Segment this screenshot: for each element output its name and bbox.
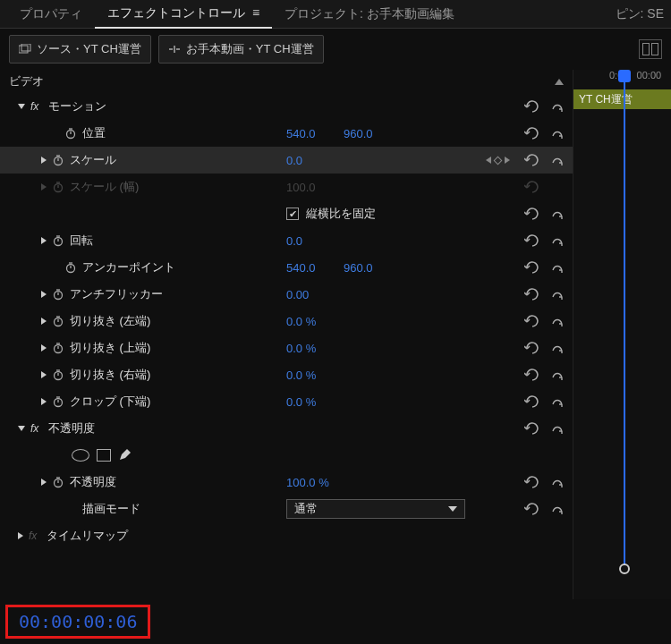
footer: 00:00:00:06 (0, 599, 671, 644)
reset-icon[interactable] (524, 315, 540, 327)
twirl-right-icon[interactable] (41, 344, 47, 352)
fx-badge[interactable]: fx (30, 422, 43, 435)
uniform-scale-checkbox[interactable]: ✔ (286, 208, 299, 220)
collapse-up-icon[interactable] (555, 79, 564, 85)
reset-icon[interactable] (524, 154, 540, 166)
twirl-right-icon[interactable] (41, 479, 47, 486)
position-y[interactable]: 960.0 (344, 127, 379, 140)
keyframe-type-icon[interactable] (551, 476, 564, 488)
antiflicker-value[interactable]: 0.00 (286, 288, 322, 301)
tab-project[interactable]: プロジェクト: お手本動画編集 (272, 1, 467, 28)
stopwatch-icon[interactable] (64, 127, 77, 140)
timecode-display[interactable]: 00:00:00:06 (5, 605, 150, 639)
stopwatch-icon[interactable] (52, 288, 64, 301)
stopwatch-icon (52, 181, 64, 193)
twirl-down-icon[interactable] (18, 426, 25, 431)
pen-mask-icon[interactable] (118, 447, 132, 464)
stopwatch-icon[interactable] (52, 234, 64, 247)
keyframe-type-icon[interactable] (551, 315, 564, 327)
rotation-value[interactable]: 0.0 (286, 234, 322, 248)
stopwatch-icon[interactable] (52, 315, 64, 327)
effect-opacity[interactable]: fx 不透明度 (0, 415, 573, 442)
playhead-handle[interactable] (619, 564, 630, 574)
chevron-down-icon (448, 506, 457, 512)
scale-value[interactable]: 0.0 (286, 154, 322, 167)
reset-icon[interactable] (524, 208, 540, 220)
twirl-right-icon[interactable] (41, 237, 47, 244)
add-key-icon[interactable] (494, 156, 503, 165)
anchor-y[interactable]: 960.0 (344, 261, 379, 275)
crop-top-value[interactable]: 0.0 % (286, 342, 322, 355)
keyframe-type-icon[interactable] (551, 100, 564, 113)
keyframe-type-icon[interactable] (551, 234, 564, 247)
reset-icon[interactable] (524, 422, 540, 435)
reset-icon[interactable] (524, 234, 540, 247)
twirl-right-icon[interactable] (41, 291, 47, 298)
scale-w-value: 100.0 (286, 181, 322, 194)
position-x[interactable]: 540.0 (286, 127, 322, 140)
stopwatch-icon[interactable] (52, 369, 64, 381)
reset-icon[interactable] (524, 395, 540, 408)
stopwatch-icon[interactable] (52, 342, 64, 354)
crop-bottom-value[interactable]: 0.0 % (286, 395, 322, 409)
twirl-right-icon[interactable] (41, 157, 47, 164)
keyframe-type-icon[interactable] (551, 261, 564, 274)
prev-key-icon[interactable] (486, 157, 491, 164)
keyframe-type-icon[interactable] (551, 208, 564, 220)
twirl-right-icon[interactable] (41, 371, 47, 378)
reset-icon[interactable] (524, 342, 540, 354)
blend-mode-dropdown[interactable]: 通常 (286, 499, 465, 519)
twirl-right-icon[interactable] (41, 398, 47, 405)
tab-properties[interactable]: プロパティ (7, 1, 95, 28)
mask-shapes-row (0, 442, 573, 469)
ellipse-mask-icon[interactable] (72, 449, 89, 462)
source-tab-2[interactable]: お手本動画・YT CH運営 (158, 35, 324, 64)
prop-scale[interactable]: スケール 0.0 (0, 147, 573, 174)
keyframe-type-icon[interactable] (551, 288, 564, 301)
opacity-value[interactable]: 100.0 % (286, 476, 329, 489)
reset-icon[interactable] (524, 369, 540, 381)
stopwatch-icon[interactable] (52, 476, 64, 488)
tab-effect-controls[interactable]: エフェクトコントロール ≡ (95, 0, 272, 29)
keyframe-type-icon[interactable] (551, 342, 564, 354)
reset-icon[interactable] (524, 503, 540, 515)
twirl-right-icon[interactable] (18, 532, 23, 539)
mini-timeline[interactable]: 0:00 00:00 YT CH運営 (573, 70, 671, 599)
source-icon (19, 44, 31, 55)
rect-mask-icon[interactable] (97, 449, 111, 462)
effect-time-remap[interactable]: fx タイムリマップ (0, 522, 573, 549)
keyframe-type-icon[interactable] (551, 127, 564, 140)
effect-motion[interactable]: fx モーション (0, 93, 573, 120)
crop-left-value[interactable]: 0.0 % (286, 315, 322, 328)
keyframe-nav[interactable] (486, 157, 510, 164)
reset-icon[interactable] (524, 288, 540, 301)
prop-crop-top: 切り抜き (上端) 0.0 % (0, 335, 573, 361)
keyframe-type-icon[interactable] (551, 395, 564, 408)
reset-icon[interactable] (524, 127, 540, 140)
keyframe-type-icon[interactable] (551, 422, 564, 435)
twirl-down-icon[interactable] (18, 104, 25, 109)
next-key-icon[interactable] (505, 157, 510, 164)
keyframe-type-icon[interactable] (551, 503, 564, 515)
reset-icon[interactable] (524, 476, 540, 488)
pin-label[interactable]: ピン: SE (616, 6, 664, 22)
source-tab-1[interactable]: ソース・YT CH運営 (9, 35, 151, 64)
twirl-right-icon[interactable] (41, 318, 47, 325)
panel-menu-icon[interactable]: ≡ (252, 5, 259, 20)
keyframe-type-icon[interactable] (551, 154, 564, 166)
reset-icon[interactable] (524, 100, 540, 113)
video-section-header[interactable]: ビデオ (0, 70, 573, 93)
stopwatch-icon[interactable] (52, 154, 64, 166)
fx-badge[interactable]: fx (30, 100, 43, 113)
timeline-toggle-icon[interactable] (639, 39, 662, 59)
prop-crop-right: 切り抜き (右端) 0.0 % (0, 361, 573, 388)
stopwatch-icon[interactable] (52, 395, 64, 408)
keyframe-type-icon[interactable] (551, 369, 564, 381)
prop-rotation: 回転 0.0 (0, 227, 573, 254)
fx-badge[interactable]: fx (29, 530, 41, 542)
anchor-x[interactable]: 540.0 (286, 261, 322, 275)
reset-icon[interactable] (524, 261, 540, 274)
crop-right-value[interactable]: 0.0 % (286, 369, 322, 382)
stopwatch-icon[interactable] (64, 261, 77, 274)
clip-bar[interactable]: YT CH運営 (573, 89, 671, 109)
